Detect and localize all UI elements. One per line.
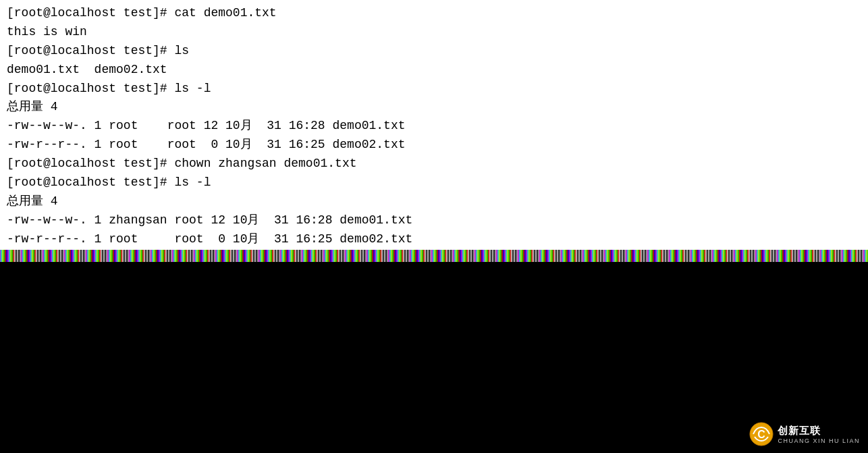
watermark-logo-icon: C <box>749 422 774 446</box>
watermark-en: CHUANG XIN HU LIAN <box>778 437 860 444</box>
svg-text:C: C <box>758 429 766 440</box>
terminal-output: [root@localhost test]# cat demo01.txt th… <box>7 4 861 250</box>
watermark-cn: 创新互联 <box>778 425 821 437</box>
black-area: C 创新互联 CHUANG XIN HU LIAN <box>0 262 868 453</box>
glitch-bar <box>0 250 868 262</box>
watermark-text: 创新互联 CHUANG XIN HU LIAN <box>778 425 860 444</box>
watermark: C 创新互联 CHUANG XIN HU LIAN <box>749 422 860 446</box>
terminal-window: [root@localhost test]# cat demo01.txt th… <box>0 0 868 250</box>
